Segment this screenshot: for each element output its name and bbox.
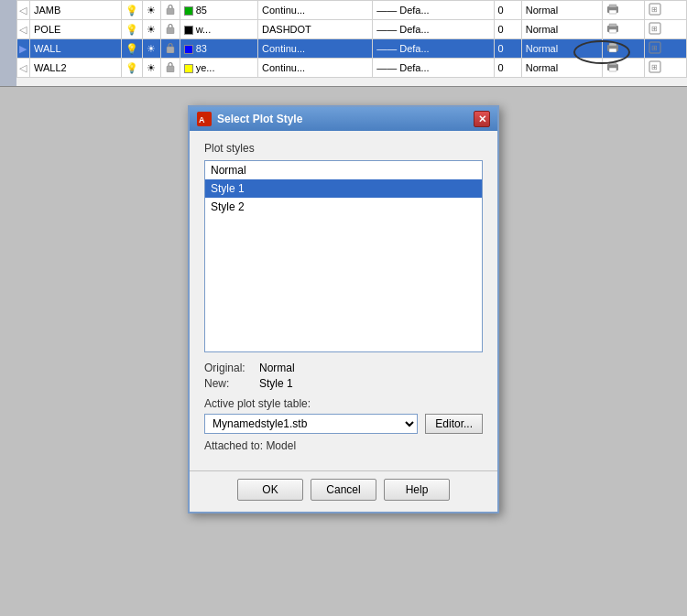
svg-rect-14 <box>609 43 616 46</box>
new-value: Style 1 <box>259 377 293 390</box>
layer-name[interactable]: WALL2 <box>30 59 122 78</box>
info-section: Original: Normal New: Style 1 <box>204 362 483 390</box>
new-label: New: <box>204 377 259 390</box>
autocad-icon: A <box>197 112 212 126</box>
layer-linetype[interactable]: DASHDOT <box>258 20 373 39</box>
dialog-title: Select Plot Style <box>217 113 302 125</box>
layer-extra-icon[interactable]: ⊞ <box>645 39 687 59</box>
cancel-button[interactable]: Cancel <box>311 479 376 501</box>
svg-rect-9 <box>609 29 616 33</box>
original-label: Original: <box>204 362 259 374</box>
layer-linetype[interactable]: Continu... <box>258 39 373 59</box>
dialog-buttons: OK Cancel Help <box>190 470 497 512</box>
plot-style-item[interactable]: Normal <box>205 161 482 179</box>
layer-sun-icon[interactable]: ☀ <box>142 20 160 39</box>
layer-print-icon[interactable] <box>603 39 645 59</box>
layer-color[interactable]: 85 <box>180 1 257 20</box>
layer-print-icon[interactable] <box>603 1 645 20</box>
dialog-content: Plot styles NormalStyle 1Style 2 Origina… <box>190 131 497 463</box>
layer-sun-icon[interactable]: ☀ <box>142 1 160 20</box>
layer-name[interactable]: POLE <box>30 20 122 39</box>
layer-print-icon[interactable] <box>603 20 645 39</box>
table-wrapper: ◁ JAMB 💡 ☀ 85 Continu... —— Defa... 0 No… <box>16 0 687 78</box>
layer-visible-icon[interactable]: 💡 <box>121 59 142 78</box>
layer-color[interactable]: ye... <box>180 59 257 78</box>
svg-text:⊞: ⊞ <box>651 25 658 33</box>
svg-rect-21 <box>609 68 616 71</box>
layer-plot-style[interactable]: Normal <box>521 1 603 20</box>
layer-lock-icon[interactable] <box>160 20 180 39</box>
layer-linetype[interactable]: Continu... <box>258 59 373 78</box>
plot-style-item[interactable]: Style 1 <box>205 179 482 198</box>
layer-visible-icon[interactable]: 💡 <box>121 20 142 39</box>
layer-name[interactable]: JAMB <box>30 1 122 20</box>
svg-rect-20 <box>609 62 616 65</box>
layer-lineweight[interactable]: —— Defa... <box>373 39 494 59</box>
plot-style-item[interactable]: Style 2 <box>205 198 482 216</box>
layer-lock-icon[interactable] <box>160 39 180 59</box>
layer-lineweight[interactable]: —— Defa... <box>373 20 494 39</box>
layer-extra-icon[interactable]: ⊞ <box>645 59 687 78</box>
editor-button[interactable]: Editor... <box>425 414 483 434</box>
svg-rect-18 <box>167 66 174 72</box>
style-table-dropdown[interactable]: Mynamedstyle1.stbacad.stb <box>204 414 418 434</box>
dialog-backdrop: A Select Plot Style ✕ Plot styles Normal… <box>0 87 687 616</box>
help-button[interactable]: Help <box>384 479 450 501</box>
layer-print-icon[interactable] <box>603 59 645 78</box>
layer-linetype[interactable]: Continu... <box>258 1 373 20</box>
layer-plot-style[interactable]: Normal <box>521 20 603 39</box>
layer-lineweight[interactable]: —— Defa... <box>373 59 494 78</box>
plot-styles-label: Plot styles <box>204 142 483 155</box>
layer-row[interactable]: ◁ WALL2 💡 ☀ ye... Continu... —— Defa... … <box>17 59 687 78</box>
plot-style-list[interactable]: NormalStyle 1Style 2 <box>204 160 483 352</box>
attached-to-label: Attached to: Model <box>204 439 483 452</box>
svg-text:⊞: ⊞ <box>651 44 658 52</box>
svg-rect-6 <box>167 27 174 34</box>
dialog-titlebar: A Select Plot Style ✕ <box>190 107 497 131</box>
layer-lock-icon[interactable] <box>160 1 180 20</box>
layer-sun-icon[interactable]: ☀ <box>142 59 160 78</box>
layer-row[interactable]: ◁ JAMB 💡 ☀ 85 Continu... —— Defa... 0 No… <box>17 1 687 20</box>
layer-marker: ◁ <box>17 59 30 78</box>
layer-marker: ◁ <box>17 20 30 39</box>
layer-extra-icon[interactable]: ⊞ <box>645 1 687 20</box>
layer-plot[interactable]: 0 <box>494 59 521 78</box>
svg-text:⊞: ⊞ <box>651 63 658 71</box>
active-style-label: Active plot style table: <box>204 397 483 410</box>
layer-lock-icon[interactable] <box>160 59 180 78</box>
layer-color[interactable]: w... <box>180 20 257 39</box>
ok-button[interactable]: OK <box>237 479 303 501</box>
layer-extra-icon[interactable]: ⊞ <box>645 20 687 39</box>
layer-plot[interactable]: 0 <box>494 39 521 59</box>
layer-name[interactable]: WALL <box>30 39 122 59</box>
left-strip <box>0 0 16 86</box>
layer-marker: ▶ <box>17 39 30 59</box>
layer-sun-icon[interactable]: ☀ <box>142 39 160 59</box>
layer-plot-style[interactable]: Normal <box>521 39 603 59</box>
layer-row[interactable]: ▶ WALL 💡 ☀ 83 Continu... —— Defa... 0 No… <box>17 39 687 59</box>
svg-rect-3 <box>609 10 616 14</box>
layer-color[interactable]: 83 <box>180 39 257 59</box>
layer-row[interactable]: ◁ POLE 💡 ☀ w... DASHDOT —— Defa... 0 Nor… <box>17 20 687 39</box>
svg-rect-2 <box>609 5 616 7</box>
original-value: Normal <box>259 362 295 374</box>
new-row: New: Style 1 <box>204 377 483 390</box>
svg-rect-8 <box>609 24 616 27</box>
layer-plot-style[interactable]: Normal <box>521 59 603 78</box>
titlebar-left: A Select Plot Style <box>197 112 302 126</box>
layer-lineweight[interactable]: —— Defa... <box>373 1 494 20</box>
svg-text:⊞: ⊞ <box>651 5 658 14</box>
layer-visible-icon[interactable]: 💡 <box>121 39 142 59</box>
layer-plot[interactable]: 0 <box>494 1 521 20</box>
original-row: Original: Normal <box>204 362 483 374</box>
svg-text:A: A <box>199 115 205 124</box>
dropdown-row: Mynamedstyle1.stbacad.stb Editor... <box>204 414 483 434</box>
svg-rect-12 <box>167 47 174 53</box>
layer-plot[interactable]: 0 <box>494 20 521 39</box>
select-plot-style-dialog: A Select Plot Style ✕ Plot styles Normal… <box>188 105 499 513</box>
close-button[interactable]: ✕ <box>474 111 490 127</box>
svg-rect-0 <box>167 8 174 15</box>
svg-rect-15 <box>609 49 616 52</box>
layer-visible-icon[interactable]: 💡 <box>121 1 142 20</box>
layer-marker: ◁ <box>17 1 30 20</box>
